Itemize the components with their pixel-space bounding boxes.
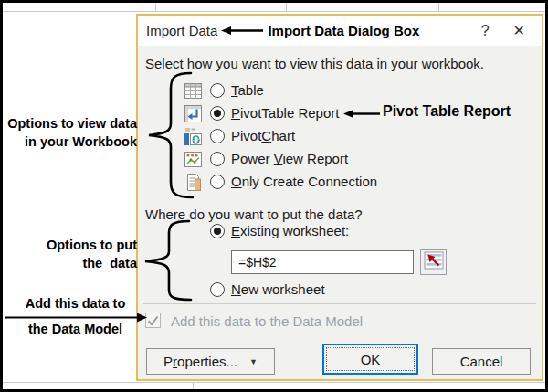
grid-line <box>545 11 546 383</box>
grid-line <box>3 382 545 383</box>
radio-button[interactable] <box>210 106 225 121</box>
option-label: Table <box>231 82 264 98</box>
radio-option-existing-worksheet[interactable]: Existing worksheet: <box>138 220 542 243</box>
option-label: Only Create Connection <box>231 174 377 189</box>
properties-label: Properties... <box>163 354 237 369</box>
data-model-annotation-line2: the Data Model <box>5 322 145 336</box>
put-options-annotation: Options to put the data <box>3 236 137 272</box>
view-options-annotation: Options to view data in your Workbook <box>3 114 137 151</box>
dialog-titlebar: Import Data Import Data Dialog Box ? ✕ <box>138 16 542 46</box>
data-model-checkbox-label: Add this data to the Data Model <box>171 313 363 329</box>
title-annotation-arrow <box>221 25 263 37</box>
separator-line <box>143 303 536 304</box>
annotation-line: the data <box>3 254 137 272</box>
cancel-button[interactable]: Cancel <box>432 348 531 375</box>
put-options-brace <box>138 218 193 302</box>
grid-line <box>416 382 416 391</box>
ok-button[interactable]: OK <box>322 344 418 375</box>
radio-option-pivotchart[interactable]: PivotChart <box>138 125 542 148</box>
chevron-down-icon: ▼ <box>249 357 258 366</box>
radio-button[interactable] <box>210 129 225 143</box>
radio-option-only-create-connection[interactable]: Only Create Connection <box>138 171 542 194</box>
collapse-dialog-button[interactable] <box>420 249 447 275</box>
grid-line <box>193 382 194 391</box>
data-model-annotation: Add this data to <box>5 296 145 311</box>
properties-button[interactable]: Properties... ▼ <box>146 348 275 375</box>
option-label: Existing worksheet: <box>231 223 349 238</box>
dialog-title: Import Data <box>146 23 217 38</box>
select-prompt: Select how you want to view this data in… <box>145 56 484 71</box>
grid-line <box>279 382 279 391</box>
option-label: Power View Report <box>231 151 348 166</box>
import-data-dialog: Import Data Import Data Dialog Box ? ✕ S… <box>136 14 543 381</box>
option-label: PivotTable Report <box>231 105 339 121</box>
grid-line <box>3 11 545 12</box>
check-icon <box>147 315 159 326</box>
annotation-line: Add this data to <box>5 296 145 311</box>
option-label: PivotChart <box>231 128 295 143</box>
annotation-line: Options to view data <box>3 114 137 132</box>
view-options-brace <box>142 70 195 200</box>
radio-option-table[interactable]: Table <box>138 79 542 102</box>
screenshot-frame: Import Data Import Data Dialog Box ? ✕ S… <box>0 0 548 392</box>
grid-line <box>438 3 439 11</box>
radio-button[interactable] <box>210 152 225 166</box>
close-button[interactable]: ✕ <box>513 22 525 39</box>
pivot-annotation-label: Pivot Table Report <box>383 103 511 120</box>
data-model-checkbox[interactable] <box>145 313 161 328</box>
cell-reference-input[interactable] <box>231 250 414 274</box>
help-button[interactable]: ? <box>481 23 490 39</box>
annotation-line: Options to put <box>3 236 137 254</box>
grid-line <box>286 3 287 11</box>
radio-button[interactable] <box>210 282 225 297</box>
title-annotation-label: Import Data Dialog Box <box>268 23 419 38</box>
radio-button[interactable] <box>210 83 225 98</box>
radio-button[interactable] <box>210 224 225 238</box>
radio-option-new-worksheet[interactable]: New worksheet <box>138 279 542 302</box>
option-label: New worksheet <box>231 281 325 297</box>
radio-option-pivottable-report[interactable]: PivotTable Report Pivot Table Report <box>138 102 542 125</box>
radio-option-power-view-report[interactable]: Power View Report <box>138 148 542 171</box>
grid-line <box>155 3 156 11</box>
radio-button[interactable] <box>210 175 225 189</box>
annotation-line: the Data Model <box>5 322 145 336</box>
annotation-line: in your Workbook <box>3 132 137 151</box>
range-selector-icon <box>424 251 444 273</box>
pivot-annotation-arrow <box>343 108 380 120</box>
